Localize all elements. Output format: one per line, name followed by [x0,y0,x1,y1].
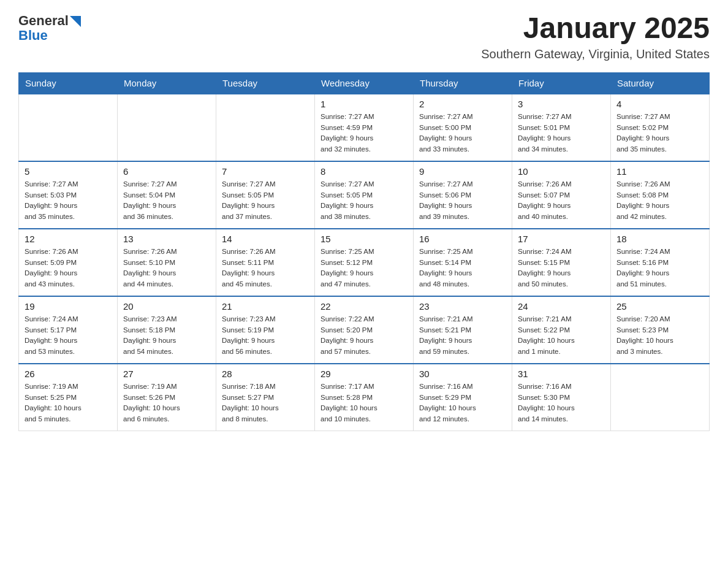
location-title: Southern Gateway, Virginia, United State… [481,47,710,61]
calendar-cell: 15Sunrise: 7:25 AM Sunset: 5:12 PM Dayli… [315,229,414,296]
svg-marker-0 [70,16,81,27]
logo-icon: General Blue [18,12,81,44]
calendar-cell: 19Sunrise: 7:24 AM Sunset: 5:17 PM Dayli… [19,296,118,364]
header-cell-tuesday: Tuesday [216,72,315,94]
calendar-cell: 29Sunrise: 7:17 AM Sunset: 5:28 PM Dayli… [315,364,414,431]
day-number: 1 [320,99,408,109]
calendar-cell: 24Sunrise: 7:21 AM Sunset: 5:22 PM Dayli… [512,296,611,364]
day-info: Sunrise: 7:26 AM Sunset: 5:11 PM Dayligh… [222,247,309,290]
header: General Blue January 2025 Southern Gatew… [18,12,710,61]
week-row-4: 19Sunrise: 7:24 AM Sunset: 5:17 PM Dayli… [19,296,710,364]
calendar-table: SundayMondayTuesdayWednesdayThursdayFrid… [18,72,710,432]
month-title: January 2025 [481,12,710,45]
day-info: Sunrise: 7:18 AM Sunset: 5:27 PM Dayligh… [222,381,309,425]
calendar-cell [118,94,216,161]
day-number: 8 [320,166,408,177]
day-info: Sunrise: 7:16 AM Sunset: 5:29 PM Dayligh… [419,381,506,425]
day-number: 9 [419,166,506,177]
day-info: Sunrise: 7:24 AM Sunset: 5:15 PM Dayligh… [518,247,605,290]
day-number: 5 [25,166,112,177]
day-number: 17 [518,234,605,244]
calendar-cell: 3Sunrise: 7:27 AM Sunset: 5:01 PM Daylig… [512,94,611,161]
calendar-cell: 25Sunrise: 7:20 AM Sunset: 5:23 PM Dayli… [611,296,710,364]
day-info: Sunrise: 7:27 AM Sunset: 4:59 PM Dayligh… [320,112,408,155]
day-number: 26 [25,369,112,379]
calendar-cell: 30Sunrise: 7:16 AM Sunset: 5:29 PM Dayli… [414,364,512,431]
day-info: Sunrise: 7:26 AM Sunset: 5:07 PM Dayligh… [518,179,605,223]
day-info: Sunrise: 7:17 AM Sunset: 5:28 PM Dayligh… [320,381,408,425]
day-info: Sunrise: 7:23 AM Sunset: 5:18 PM Dayligh… [123,314,210,358]
calendar-cell: 23Sunrise: 7:21 AM Sunset: 5:21 PM Dayli… [414,296,512,364]
day-number: 22 [320,301,408,312]
calendar-cell: 31Sunrise: 7:16 AM Sunset: 5:30 PM Dayli… [512,364,611,431]
header-cell-wednesday: Wednesday [315,72,414,94]
calendar-cell: 4Sunrise: 7:27 AM Sunset: 5:02 PM Daylig… [611,94,710,161]
logo: General Blue [18,12,81,44]
day-number: 12 [25,234,112,244]
calendar-cell: 22Sunrise: 7:22 AM Sunset: 5:20 PM Dayli… [315,296,414,364]
day-number: 20 [123,301,210,312]
calendar-cell [611,364,710,431]
day-number: 10 [518,166,605,177]
calendar-cell [19,94,118,161]
calendar-cell: 16Sunrise: 7:25 AM Sunset: 5:14 PM Dayli… [414,229,512,296]
calendar-body: 1Sunrise: 7:27 AM Sunset: 4:59 PM Daylig… [19,94,710,431]
day-number: 23 [419,301,506,312]
day-info: Sunrise: 7:21 AM Sunset: 5:22 PM Dayligh… [518,314,605,358]
day-number: 30 [419,369,506,379]
calendar-cell: 20Sunrise: 7:23 AM Sunset: 5:18 PM Dayli… [118,296,216,364]
day-number: 11 [616,166,703,177]
day-number: 18 [616,234,703,244]
day-number: 24 [518,301,605,312]
calendar-cell: 7Sunrise: 7:27 AM Sunset: 5:05 PM Daylig… [216,161,315,229]
calendar-cell: 10Sunrise: 7:26 AM Sunset: 5:07 PM Dayli… [512,161,611,229]
day-number: 28 [222,369,309,379]
day-number: 3 [518,99,605,109]
day-info: Sunrise: 7:27 AM Sunset: 5:03 PM Dayligh… [25,179,112,223]
title-area: January 2025 Southern Gateway, Virginia,… [481,12,710,61]
header-cell-thursday: Thursday [414,72,512,94]
day-info: Sunrise: 7:27 AM Sunset: 5:06 PM Dayligh… [419,179,506,223]
day-info: Sunrise: 7:20 AM Sunset: 5:23 PM Dayligh… [616,314,703,358]
day-number: 15 [320,234,408,244]
day-number: 16 [419,234,506,244]
calendar-cell: 6Sunrise: 7:27 AM Sunset: 5:04 PM Daylig… [118,161,216,229]
day-number: 14 [222,234,309,244]
day-info: Sunrise: 7:22 AM Sunset: 5:20 PM Dayligh… [320,314,408,358]
calendar-cell: 2Sunrise: 7:27 AM Sunset: 5:00 PM Daylig… [414,94,512,161]
calendar-cell: 1Sunrise: 7:27 AM Sunset: 4:59 PM Daylig… [315,94,414,161]
day-number: 13 [123,234,210,244]
calendar-cell: 26Sunrise: 7:19 AM Sunset: 5:25 PM Dayli… [19,364,118,431]
header-cell-monday: Monday [118,72,216,94]
day-info: Sunrise: 7:26 AM Sunset: 5:09 PM Dayligh… [25,247,112,290]
day-number: 25 [616,301,703,312]
calendar-cell: 17Sunrise: 7:24 AM Sunset: 5:15 PM Dayli… [512,229,611,296]
calendar-cell: 18Sunrise: 7:24 AM Sunset: 5:16 PM Dayli… [611,229,710,296]
day-info: Sunrise: 7:19 AM Sunset: 5:26 PM Dayligh… [123,381,210,425]
calendar-cell: 12Sunrise: 7:26 AM Sunset: 5:09 PM Dayli… [19,229,118,296]
week-row-1: 1Sunrise: 7:27 AM Sunset: 4:59 PM Daylig… [19,94,710,161]
day-info: Sunrise: 7:27 AM Sunset: 5:04 PM Dayligh… [123,179,210,223]
day-info: Sunrise: 7:21 AM Sunset: 5:21 PM Dayligh… [419,314,506,358]
day-number: 7 [222,166,309,177]
day-info: Sunrise: 7:26 AM Sunset: 5:10 PM Dayligh… [123,247,210,290]
week-row-3: 12Sunrise: 7:26 AM Sunset: 5:09 PM Dayli… [19,229,710,296]
day-info: Sunrise: 7:25 AM Sunset: 5:12 PM Dayligh… [320,247,408,290]
day-number: 21 [222,301,309,312]
calendar-cell: 11Sunrise: 7:26 AM Sunset: 5:08 PM Dayli… [611,161,710,229]
logo-triangle-icon [70,16,81,27]
day-number: 27 [123,369,210,379]
week-row-5: 26Sunrise: 7:19 AM Sunset: 5:25 PM Dayli… [19,364,710,431]
day-info: Sunrise: 7:27 AM Sunset: 5:05 PM Dayligh… [222,179,309,223]
day-info: Sunrise: 7:25 AM Sunset: 5:14 PM Dayligh… [419,247,506,290]
day-info: Sunrise: 7:19 AM Sunset: 5:25 PM Dayligh… [25,381,112,425]
calendar-header: SundayMondayTuesdayWednesdayThursdayFrid… [19,72,710,94]
day-info: Sunrise: 7:27 AM Sunset: 5:00 PM Dayligh… [419,112,506,155]
header-cell-sunday: Sunday [19,72,118,94]
day-info: Sunrise: 7:27 AM Sunset: 5:01 PM Dayligh… [518,112,605,155]
calendar-cell: 8Sunrise: 7:27 AM Sunset: 5:05 PM Daylig… [315,161,414,229]
header-cell-saturday: Saturday [611,72,710,94]
calendar-cell: 21Sunrise: 7:23 AM Sunset: 5:19 PM Dayli… [216,296,315,364]
day-info: Sunrise: 7:27 AM Sunset: 5:02 PM Dayligh… [616,112,703,155]
day-number: 29 [320,369,408,379]
